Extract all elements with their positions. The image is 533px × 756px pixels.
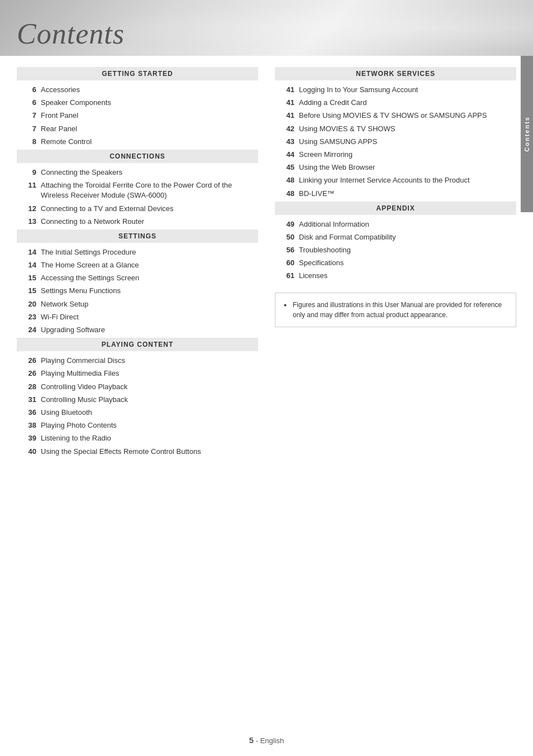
toc-entry: 13Connecting to a Network Router xyxy=(17,217,258,227)
toc-item-label: Using the Web Browser xyxy=(299,162,513,173)
toc-entry: 48BD-LIVE™ xyxy=(275,189,516,199)
toc-entry: 15Accessing the Settings Screen xyxy=(17,273,258,283)
toc-item-label: Connecting to a Network Router xyxy=(41,217,255,227)
section-header-network-services: NETWORK SERVICES xyxy=(275,67,516,80)
toc-item-label: Listening to the Radio xyxy=(41,433,255,443)
toc-page-number: 36 xyxy=(20,408,36,418)
toc-item-label: Using SAMSUNG APPS xyxy=(299,137,513,147)
toc-item-label: Playing Commercial Discs xyxy=(41,356,255,366)
toc-item-label: Accessories xyxy=(41,85,255,95)
toc-page-number: 44 xyxy=(278,150,294,160)
right-column: NETWORK SERVICES41Logging In to Your Sam… xyxy=(275,67,516,460)
toc-entry: 28Controlling Video Playback xyxy=(17,382,258,392)
toc-item-label: Troubleshooting xyxy=(299,245,513,255)
note-bullet: ▪ xyxy=(284,300,289,311)
toc-entry: 31Controlling Music Playback xyxy=(17,395,258,405)
toc-item-label: Connecting the Speakers xyxy=(41,168,255,178)
toc-entry: 50Disk and Format Compatibility xyxy=(275,232,516,242)
toc-item-label: Network Setup xyxy=(41,299,255,309)
toc-page-number: 56 xyxy=(278,245,294,255)
toc-entry: 7Front Panel xyxy=(17,111,258,121)
toc-entry: 14The Initial Settings Procedure xyxy=(17,247,258,257)
toc-item-label: Additional Information xyxy=(299,219,513,229)
side-tab-label: Contents xyxy=(524,116,530,152)
toc-page-number: 38 xyxy=(20,420,36,430)
toc-page-number: 23 xyxy=(20,312,36,322)
toc-entry: 26Playing Multimedia Files xyxy=(17,369,258,379)
toc-page-number: 31 xyxy=(20,395,36,405)
toc-entry: 23Wi-Fi Direct xyxy=(17,312,258,322)
toc-page-number: 13 xyxy=(20,217,36,227)
toc-item-label: Using Bluetooth xyxy=(41,408,255,418)
toc-item-label: Wi-Fi Direct xyxy=(41,312,255,322)
toc-item-label: Disk and Format Compatibility xyxy=(299,232,513,242)
toc-entry: 26Playing Commercial Discs xyxy=(17,356,258,366)
toc-page-number: 48 xyxy=(278,175,294,185)
toc-item-label: BD-LIVE™ xyxy=(299,189,513,199)
section-connections: CONNECTIONS9Connecting the Speakers11Att… xyxy=(17,150,258,227)
toc-entry: 15Settings Menu Functions xyxy=(17,286,258,296)
section-header-settings: SETTINGS xyxy=(17,229,258,243)
toc-item-label: Upgrading Software xyxy=(41,325,255,335)
toc-page-number: 14 xyxy=(20,260,36,270)
toc-entry: 45Using the Web Browser xyxy=(275,162,516,173)
toc-page-number: 41 xyxy=(278,85,294,95)
toc-item-label: Using the Special Effects Remote Control… xyxy=(41,447,255,457)
toc-entry: 11Attaching the Toroidal Ferrite Core to… xyxy=(17,180,258,200)
toc-entry: 60Specifications xyxy=(275,258,516,268)
toc-item-label: Using MOVIES & TV SHOWS xyxy=(299,124,513,134)
toc-page-number: 43 xyxy=(278,137,294,147)
left-column: GETTING STARTED6Accessories6Speaker Comp… xyxy=(17,67,258,460)
toc-page-number: 7 xyxy=(20,124,36,134)
toc-item-label: Licenses xyxy=(299,271,513,281)
toc-entry: 24Upgrading Software xyxy=(17,325,258,335)
toc-item-label: Front Panel xyxy=(41,111,255,121)
toc-item-label: Controlling Video Playback xyxy=(41,382,255,392)
toc-item-label: Controlling Music Playback xyxy=(41,395,255,405)
toc-page-number: 28 xyxy=(20,382,36,392)
toc-page-number: 7 xyxy=(20,111,36,121)
toc-entry: 56Troubleshooting xyxy=(275,245,516,255)
section-header-playing-content: PLAYING CONTENT xyxy=(17,338,258,351)
toc-page-number: 8 xyxy=(20,137,36,147)
toc-page-number: 20 xyxy=(20,299,36,309)
section-network-services: NETWORK SERVICES41Logging In to Your Sam… xyxy=(275,67,516,199)
toc-page-number: 41 xyxy=(278,111,294,121)
toc-entry: 38Playing Photo Contents xyxy=(17,420,258,430)
footer: 5 - English xyxy=(0,735,533,745)
toc-entry: 44Screen Mirroring xyxy=(275,150,516,160)
toc-entry: 39Listening to the Radio xyxy=(17,433,258,443)
toc-page-number: 12 xyxy=(20,204,36,214)
toc-page-number: 26 xyxy=(20,356,36,366)
section-header-appendix: APPENDIX xyxy=(275,202,516,215)
section-playing-content: PLAYING CONTENT26Playing Commercial Disc… xyxy=(17,338,258,457)
toc-entry: 14The Home Screen at a Glance xyxy=(17,260,258,270)
toc-item-label: Connecting to a TV and External Devices xyxy=(41,204,255,214)
toc-entry: 20Network Setup xyxy=(17,299,258,309)
footer-suffix: - English xyxy=(256,736,284,745)
toc-page-number: 6 xyxy=(20,85,36,95)
note-text: Figures and illustrations in this User M… xyxy=(293,300,507,320)
toc-page-number: 11 xyxy=(20,180,36,190)
toc-item-label: Settings Menu Functions xyxy=(41,286,255,296)
section-getting-started: GETTING STARTED6Accessories6Speaker Comp… xyxy=(17,67,258,147)
toc-page-number: 9 xyxy=(20,168,36,178)
toc-entry: 49Additional Information xyxy=(275,219,516,229)
toc-entry: 12Connecting to a TV and External Device… xyxy=(17,204,258,214)
toc-page-number: 6 xyxy=(20,98,36,108)
toc-entry: 41Before Using MOVIES & TV SHOWS or SAMS… xyxy=(275,111,516,121)
toc-page-number: 40 xyxy=(20,447,36,457)
toc-entry: 36Using Bluetooth xyxy=(17,408,258,418)
toc-item-label: The Home Screen at a Glance xyxy=(41,260,255,270)
toc-page-number: 42 xyxy=(278,124,294,134)
toc-page-number: 24 xyxy=(20,325,36,335)
toc-item-label: Attaching the Toroidal Ferrite Core to t… xyxy=(41,180,255,200)
toc-page-number: 60 xyxy=(278,258,294,268)
toc-item-label: Speaker Components xyxy=(41,98,255,108)
toc-item-label: Playing Photo Contents xyxy=(41,420,255,430)
section-appendix: APPENDIX49Additional Information50Disk a… xyxy=(275,202,516,281)
side-tab: Contents xyxy=(521,56,533,212)
toc-item-label: Accessing the Settings Screen xyxy=(41,273,255,283)
toc-entry: 6Accessories xyxy=(17,85,258,95)
toc-page-number: 48 xyxy=(278,189,294,199)
